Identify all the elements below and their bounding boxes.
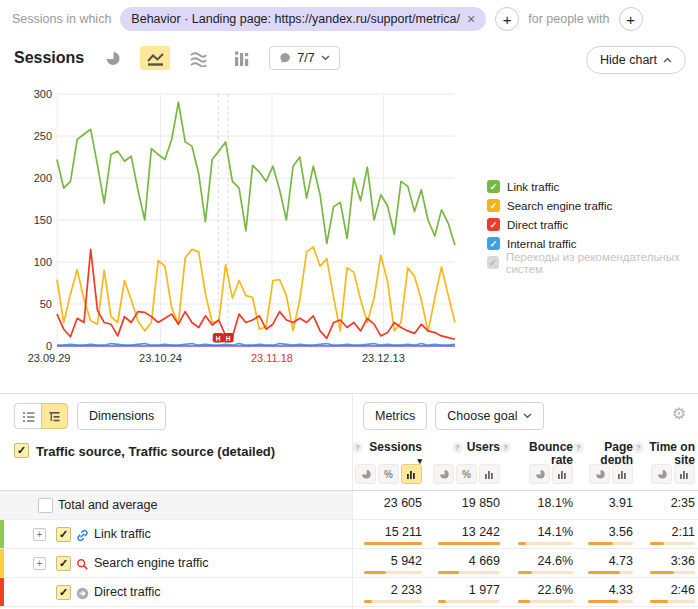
mini-bar-fill <box>518 542 526 545</box>
pie-chart-type-button[interactable] <box>97 46 127 70</box>
sessions-line-chart[interactable]: 05010015020025030023.09.2923.10.2423.11.… <box>8 84 478 376</box>
series-internal-traffic <box>57 344 455 346</box>
metric-sort-header[interactable]: ?Sessions ▾ <box>352 433 422 468</box>
row-checkbox[interactable] <box>38 498 53 513</box>
row-dimension-cell: ✓Direct traffic <box>0 578 352 606</box>
help-icon[interactable]: ? <box>500 442 511 453</box>
row-dimension-cell: +✓Search engine traffic <box>0 549 352 577</box>
metrics-button[interactable]: Metrics <box>363 402 427 430</box>
table-row-total-and-average: Total and average23 60519 85018.1%3.912:… <box>0 491 698 520</box>
column-header-bounce-rate: ?Bounce rate <box>500 433 573 491</box>
add-user-condition-button[interactable]: + <box>619 7 643 31</box>
hide-chart-button[interactable]: Hide chart <box>586 46 686 74</box>
metric-sort-header[interactable]: ?Time on site <box>633 433 695 467</box>
help-icon[interactable]: ? <box>352 442 363 453</box>
metric-sort-header[interactable]: ?Page depth <box>573 433 633 467</box>
help-icon[interactable]: ? <box>633 442 644 453</box>
legend-checkbox[interactable]: ✓ <box>487 199 500 212</box>
histogram-chart-type-button[interactable] <box>226 46 256 70</box>
bars-toggle-button[interactable] <box>612 464 633 484</box>
row-dimension-cell: +✓Link traffic <box>0 520 352 548</box>
link-traffic-icon-wrap <box>76 528 89 541</box>
table-controls-right: Metrics Choose goal <box>363 402 544 430</box>
stacked-chart-type-button[interactable] <box>183 46 213 70</box>
table-row-search-engine-traffic: +✓Search engine traffic5 9424 66924.6%4.… <box>0 549 698 578</box>
metric-value: 4.73 <box>573 554 633 568</box>
legend-checkbox[interactable]: ✓ <box>487 218 500 231</box>
mini-bar-fill <box>588 571 620 574</box>
pie-toggle-button[interactable] <box>589 464 610 484</box>
row-color-strip <box>0 520 4 548</box>
legend-checkbox[interactable]: ✓ <box>487 256 499 269</box>
legend-label: Direct traffic <box>507 219 568 231</box>
row-label[interactable]: Search engine traffic <box>94 556 208 570</box>
legend-checkbox[interactable]: ✓ <box>487 180 500 193</box>
metric-sort-header[interactable]: ?Bounce rate <box>500 433 573 467</box>
list-view-button[interactable] <box>14 403 41 429</box>
percent-toggle-button[interactable]: % <box>378 464 399 484</box>
mini-bar-fill <box>518 571 532 574</box>
row-label[interactable]: Direct traffic <box>94 585 160 599</box>
x-axis-tick: 23.09.29 <box>28 352 71 364</box>
pie-mini-icon <box>439 469 449 479</box>
row-checkbox[interactable]: ✓ <box>56 556 71 571</box>
remove-segment-icon[interactable]: × <box>467 14 475 24</box>
percent-toggle-button[interactable]: % <box>456 464 477 484</box>
legend-item-1[interactable]: ✓Search engine traffic <box>487 196 698 215</box>
svg-text:H: H <box>226 335 231 342</box>
pie-toggle-button[interactable] <box>433 464 454 484</box>
y-axis-tick: 250 <box>34 130 52 142</box>
help-icon[interactable]: ? <box>573 442 584 453</box>
segment-chip-landing-page[interactable]: Behavior · Landing page: https://yandex.… <box>120 7 486 31</box>
mini-bar-fill <box>650 600 668 603</box>
legend-label: Link traffic <box>507 181 559 193</box>
percent-mini-icon: % <box>462 469 471 480</box>
table-controls-left: Dimensions <box>14 402 166 430</box>
legend-item-4[interactable]: ✓Переходы из рекомендательных систем <box>487 253 698 272</box>
metric-value: 2:35 <box>633 496 695 510</box>
column-header-users: ?Users% <box>422 433 500 491</box>
legend-item-2[interactable]: ✓Direct traffic <box>487 215 698 234</box>
pie-toggle-button[interactable] <box>651 464 672 484</box>
expand-row-button[interactable]: + <box>33 528 46 541</box>
pie-mini-icon <box>595 469 605 479</box>
choose-goal-dropdown[interactable]: Choose goal <box>435 402 544 430</box>
row-checkbox[interactable]: ✓ <box>56 585 71 600</box>
row-checkbox[interactable]: ✓ <box>56 527 71 542</box>
help-icon[interactable]: ? <box>452 442 463 453</box>
tree-view-button[interactable] <box>41 403 68 429</box>
row-color-strip <box>0 578 4 606</box>
legend-label: Переходы из рекомендательных систем <box>506 251 698 275</box>
pie-toggle-button[interactable] <box>529 464 550 484</box>
expand-row-button[interactable]: + <box>33 557 46 570</box>
metric-display-toggles <box>589 464 633 484</box>
bars-toggle-button[interactable] <box>479 464 500 484</box>
row-dimension-cell: Total and average <box>0 491 352 519</box>
bars-toggle-button[interactable] <box>674 464 695 484</box>
bars-toggle-button[interactable] <box>401 464 422 484</box>
column-header-page-depth: ?Page depth <box>573 433 633 491</box>
row-label[interactable]: Link traffic <box>94 527 151 541</box>
search-traffic-icon <box>76 558 89 571</box>
metric-cell: 22.6% <box>500 578 573 603</box>
pie-toggle-button[interactable] <box>355 464 376 484</box>
legend-label: Internal traffic <box>507 238 576 250</box>
metric-value: 3.91 <box>573 496 633 510</box>
metric-sort-header[interactable]: ?Users <box>422 433 500 454</box>
metric-cell: 23 605 <box>352 491 422 510</box>
dimensions-button[interactable]: Dimensions <box>77 402 166 430</box>
metric-display-toggles: % <box>355 464 422 484</box>
line-chart-type-button[interactable] <box>140 46 170 70</box>
row-label: Total and average <box>58 498 157 512</box>
bars-toggle-button[interactable] <box>552 464 573 484</box>
for-people-with-label: for people with <box>528 12 609 26</box>
annotations-dropdown[interactable]: 7/7 <box>269 46 339 70</box>
legend-item-0[interactable]: ✓Link traffic <box>487 177 698 196</box>
dimension-header-checkbox[interactable]: ✓ <box>14 443 29 458</box>
settings-gear-icon[interactable]: ⚙ <box>672 406 686 422</box>
legend-checkbox[interactable]: ✓ <box>487 237 500 250</box>
mini-bar-track <box>650 571 695 574</box>
pie-mini-icon <box>361 469 371 479</box>
add-session-condition-button[interactable]: + <box>495 7 519 31</box>
metric-cell: 24.6% <box>500 549 573 574</box>
